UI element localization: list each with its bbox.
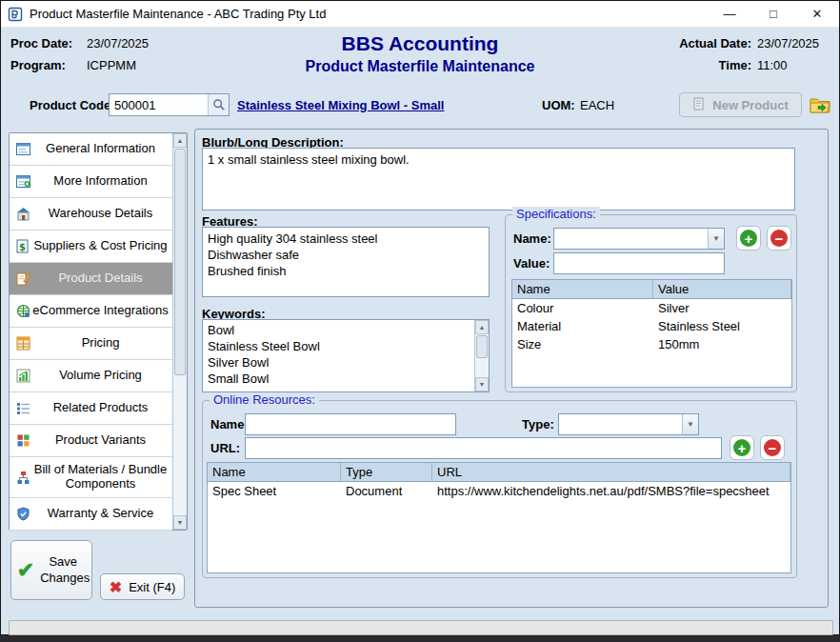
product-description-link[interactable]: Stainless Steel Mixing Bowl - Small	[237, 98, 444, 112]
table-row[interactable]: Spec Sheet Document https://www.kitchend…	[208, 482, 790, 500]
blurb-textarea[interactable]: 1 x small stainless steel mixing bowl.	[202, 148, 795, 211]
search-icon[interactable]	[208, 94, 229, 115]
save-changes-button[interactable]: ✔ Save Changes	[10, 540, 92, 600]
keyword-line: Bowl	[208, 322, 470, 338]
sidebar-item-suppliers-cost-pricing[interactable]: $ Suppliers & Cost Pricing	[10, 231, 172, 263]
scroll-up-icon[interactable]: ▲	[173, 133, 187, 148]
sidebar-item-product-variants[interactable]: Product Variants	[10, 425, 172, 457]
features-textarea[interactable]: High quality 304 stainless steel Dishwas…	[202, 227, 490, 297]
general-info-icon	[16, 142, 32, 156]
time-value: 11:00	[757, 58, 830, 72]
table-row[interactable]: Size 150mm	[512, 335, 791, 353]
online-resources-table: Name Type URL Spec Sheet Document https:…	[207, 462, 791, 573]
time-label: Time:	[675, 58, 757, 72]
scrollbar-thumb[interactable]	[476, 335, 488, 358]
scroll-down-icon[interactable]: ▼	[475, 377, 489, 391]
scroll-down-icon[interactable]: ▼	[173, 515, 187, 530]
sidebar-item-warranty-service[interactable]: Warranty & Service	[10, 498, 172, 531]
column-header[interactable]: URL	[432, 463, 790, 481]
product-variants-icon	[16, 433, 32, 448]
new-product-label: New Product	[712, 98, 788, 112]
table-row[interactable]: Colour Silver	[512, 299, 791, 317]
spec-name-cell: Size	[512, 335, 653, 353]
resource-remove-button[interactable]: −	[760, 435, 785, 460]
specifications-table-header: Name Value	[512, 280, 791, 299]
plus-icon: +	[740, 230, 757, 247]
resource-name-cell: Spec Sheet	[208, 482, 341, 500]
keyword-line: Small Bowl	[208, 371, 470, 387]
open-folder-icon[interactable]	[808, 92, 832, 117]
sidebar-item-product-details[interactable]: Product Details	[10, 263, 172, 295]
related-products-icon	[16, 401, 32, 415]
minimize-button[interactable]: —	[708, 1, 751, 27]
sidebar-item-general-information[interactable]: General Information	[10, 133, 172, 166]
window-title: Product Masterfile Maintenance - ABC Tra…	[30, 7, 326, 21]
resource-url-label: URL:	[210, 441, 240, 455]
sidebar-item-bill-of-materials[interactable]: Bill of Materials / Bundle Components	[10, 457, 172, 498]
spec-name-label: Name:	[513, 231, 551, 246]
app-icon	[8, 7, 23, 22]
resource-add-button[interactable]: +	[730, 435, 754, 460]
product-code-input[interactable]	[110, 94, 208, 115]
exit-button[interactable]: ✖ Exit (F4)	[100, 573, 185, 600]
resource-type-value	[559, 414, 682, 434]
sidebar-item-more-information[interactable]: More Information	[10, 166, 172, 198]
new-product-button[interactable]: New Product	[679, 92, 802, 117]
bom-icon	[16, 471, 32, 485]
keyword-line: Stainless Steel Bowl	[208, 338, 470, 354]
sidebar-item-related-products[interactable]: Related Products	[10, 392, 172, 425]
warranty-icon	[16, 507, 32, 521]
resource-type-label: Type:	[522, 417, 554, 431]
sidebar-scrollbar[interactable]: ▲ ▼	[172, 133, 187, 530]
table-row[interactable]: Material Stainless Steel	[512, 317, 791, 335]
online-resources-table-header: Name Type URL	[208, 463, 790, 482]
specifications-table: Name Value Colour Silver Material Stainl…	[511, 279, 792, 388]
dropdown-arrow-icon: ▼	[682, 414, 698, 434]
resource-type-select[interactable]: ▼	[558, 413, 699, 435]
sidebar-item-pricing[interactable]: Pricing	[10, 328, 172, 360]
pricing-icon	[16, 336, 32, 351]
maximize-button[interactable]: □	[751, 1, 795, 27]
close-button[interactable]: ✕	[795, 1, 839, 27]
screen: Product Masterfile Maintenance - ABC Tra…	[0, 0, 840, 642]
keywords-box[interactable]: Bowl Stainless Steel Bowl Silver Bowl Sm…	[202, 319, 490, 392]
actual-date-value: 23/07/2025	[757, 36, 830, 50]
online-resources-group: Online Resources: Name: Type: ▼ URL: + −	[202, 400, 797, 578]
uom-value: EACH	[580, 98, 614, 112]
taskbar-sliver	[0, 635, 840, 642]
suppliers-cost-icon: $	[16, 239, 32, 253]
sidebar-item-ecommerce-integrations[interactable]: eCommerce Integrations	[10, 295, 172, 328]
minus-icon: −	[764, 439, 781, 456]
column-header[interactable]: Type	[341, 463, 432, 481]
ecommerce-icon	[16, 304, 32, 318]
app-window: Product Masterfile Maintenance - ABC Tra…	[0, 0, 840, 635]
scroll-up-icon[interactable]: ▲	[475, 320, 489, 334]
sidebar-nav: General Information More Information War…	[9, 132, 188, 531]
spec-remove-button[interactable]: −	[767, 226, 791, 251]
product-code-label: Product Code:	[30, 98, 115, 112]
spec-value-input[interactable]	[553, 252, 725, 274]
keywords-scrollbar[interactable]: ▲ ▼	[474, 320, 489, 391]
sidebar-item-warehouse-details[interactable]: Warehouse Details	[10, 198, 172, 231]
keyword-line: Silver Bowl	[208, 354, 470, 371]
spec-name-cell: Material	[512, 317, 653, 335]
specifications-group: Specifications: Name: ▼ + − Value: Name	[505, 214, 797, 392]
status-bar	[9, 620, 833, 635]
spec-add-button[interactable]: +	[736, 226, 761, 251]
column-header[interactable]: Name	[208, 463, 341, 481]
spec-name-select[interactable]: ▼	[553, 228, 725, 250]
dropdown-arrow-icon: ▼	[708, 229, 724, 249]
resource-name-input[interactable]	[245, 413, 456, 435]
product-details-panel: Blurb/Long Description: 1 x small stainl…	[194, 129, 829, 608]
sidebar-item-volume-pricing[interactable]: Volume Pricing	[10, 360, 172, 392]
column-header[interactable]: Value	[653, 280, 791, 298]
sidebar-list: General Information More Information War…	[10, 133, 172, 530]
warehouse-icon	[16, 207, 32, 221]
scrollbar-thumb[interactable]	[174, 149, 186, 375]
column-header[interactable]: Name	[512, 280, 653, 298]
product-code-field	[109, 93, 230, 116]
new-product-icon	[692, 97, 706, 113]
resource-url-input[interactable]	[245, 437, 722, 459]
keywords-lines: Bowl Stainless Steel Bowl Silver Bowl Sm…	[203, 320, 474, 391]
minus-icon: −	[770, 230, 788, 247]
